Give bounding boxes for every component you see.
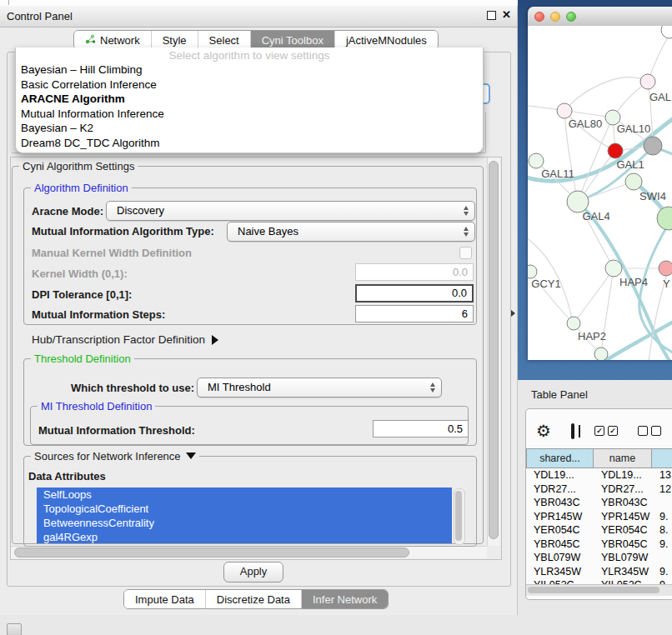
manual-kernel-checkbox[interactable] [459,247,472,259]
dock-panel-icon[interactable] [7,623,22,635]
network-node-gal[interactable] [640,74,655,89]
kernel-width-field[interactable]: 0.0 [355,263,474,281]
column-header-shared-name[interactable]: shared... [526,448,594,468]
horizontal-scrollbar-thumb[interactable] [14,548,409,558]
network-canvas[interactable]: GALGAL80GAL10GAL1GAL11SWI4GAL4GCY1HAP4YH… [528,26,672,360]
network-edge[interactable] [574,268,614,323]
float-window-icon[interactable] [487,11,496,20]
zoom-traffic-light[interactable] [566,12,576,22]
table-row[interactable]: YBR045CYBR045C9. [526,538,672,552]
tab-label: Cyni Toolbox [262,34,323,47]
tab-jactivemnodules[interactable]: jActiveMNodules [334,31,438,49]
table-cell: 8. [652,524,672,536]
network-node-gal80[interactable] [557,103,572,118]
node-label: GAL11 [541,168,574,180]
sources-title: Sources for Network Inference [34,450,181,462]
node-label: GAL1 [616,158,644,171]
tab-label: Style [163,34,187,47]
tab-impute-data[interactable]: Impute Data [124,590,205,608]
groupbox-fragment [485,112,486,152]
table-horizontal-scrollbar[interactable] [526,584,672,596]
network-edge[interactable] [578,118,613,202]
combo-value: MI Threshold [208,381,271,393]
network-node[interactable] [657,207,672,230]
node-label: GCY1 [531,278,560,290]
table-row[interactable]: YER054CYER054C8. [526,523,672,538]
network-node-hap4[interactable] [605,260,622,277]
hub-section-row[interactable]: Hub/Transcription Factor Definition [32,333,218,346]
table-cell: 9. [652,511,672,522]
table-row[interactable]: YDL19...YDL19...13 [526,468,672,482]
mi-type-combo[interactable]: Naive Bayes [227,222,475,242]
columns-icon[interactable] [571,423,574,439]
network-window-titlebar[interactable] [528,7,672,27]
dropdown-item[interactable]: Bayesian – K2 [16,121,483,136]
table-row[interactable]: YBR043CYBR043C [526,496,672,510]
dropdown-item[interactable]: Mutual Information Inference [16,107,483,122]
hub-section-label: Hub/Transcription Factor Definition [32,333,205,346]
hide-all-columns-icon[interactable] [638,426,661,436]
which-threshold-combo[interactable]: MI Threshold [197,378,442,398]
minimize-traffic-light[interactable] [550,12,560,22]
dropdown-item[interactable]: Bayesian – Hill Climbing [16,62,483,78]
attribute-item[interactable]: BetweennessCentrality [37,516,452,530]
network-edge[interactable] [564,78,648,111]
tab-label: Infer Network [313,593,377,606]
network-node[interactable] [644,137,662,155]
close-icon[interactable]: ✕ [502,8,511,21]
tab-style[interactable]: Style [151,31,198,49]
combo-stepper-icon [464,227,469,237]
mi-steps-field[interactable]: 6 [355,305,474,322]
table-row[interactable]: YBL079WYBL079W [526,551,672,565]
close-traffic-light[interactable] [534,12,544,22]
mi-threshold-field[interactable]: 0.5 [373,420,469,438]
attribute-list-scrollbar[interactable] [454,488,465,545]
apply-button[interactable]: Apply [223,562,283,582]
attribute-list-scrollbar-thumb[interactable] [455,491,462,541]
dropdown-item-selected[interactable]: ARACNE Algorithm [16,92,483,107]
table-row[interactable]: YPR145WYPR145W9. [526,510,672,524]
network-node-gal1[interactable] [608,143,623,158]
table-row[interactable]: YIL052CYIL052C9 [526,578,672,584]
dropdown-item[interactable]: Basic Correlation Inference [16,78,483,92]
tab-discretize-data[interactable]: Discretize Data [205,590,301,608]
collapse-arrow-icon[interactable] [186,452,196,459]
dpi-tolerance-field[interactable]: 0.0 [355,284,474,302]
column-header-name[interactable]: name [594,448,652,468]
tab-label: jActiveMNodules [346,34,427,47]
column-header-partial[interactable] [652,448,672,468]
panel-splitter-arrow[interactable] [511,310,515,317]
attribute-item[interactable]: gal4RGexp [37,530,452,543]
table-cell: YDL19... [594,469,652,481]
toolbar-separator [8,0,9,5]
network-edge[interactable] [598,318,672,360]
show-all-columns-icon[interactable]: ✓✓ [594,426,618,436]
node-label: HAP2 [578,330,606,342]
tab-cyni-toolbox[interactable]: Cyni Toolbox [250,31,334,49]
network-icon [85,34,96,47]
tab-infer-network[interactable]: Infer Network [301,590,388,608]
network-node[interactable] [661,26,672,38]
network-node-y[interactable] [659,261,672,276]
table-scrollbar-thumb[interactable] [528,587,659,593]
table-cell: YLR345W [594,566,652,578]
table-cell: YER054C [526,524,594,536]
table-row[interactable]: YLR345WYLR345W9. [526,565,672,579]
attribute-item[interactable]: TopologicalCoefficient [37,502,452,516]
tab-network[interactable]: Network [74,31,151,49]
table-cell: YPR145W [526,511,594,522]
network-node-swi4[interactable] [625,173,642,190]
network-node-gcy1[interactable] [528,265,537,278]
network-node-gal11[interactable] [529,153,544,168]
attribute-item[interactable]: SelfLoops [37,488,452,502]
network-node-hap2[interactable] [567,317,580,330]
expand-arrow-icon[interactable] [212,335,218,345]
tab-select[interactable]: Select [198,31,250,49]
table-row[interactable]: YDR27...YDR27...12 [526,482,672,497]
network-node[interactable] [594,348,608,360]
dropdown-item[interactable]: Dream8 DC_TDC Algorithm [16,136,483,151]
node-label: Y [663,278,670,290]
aracne-mode-combo[interactable]: Discovery [106,201,475,221]
vertical-scrollbar-thumb[interactable] [489,161,499,539]
gear-icon[interactable]: ⚙ [536,422,551,439]
